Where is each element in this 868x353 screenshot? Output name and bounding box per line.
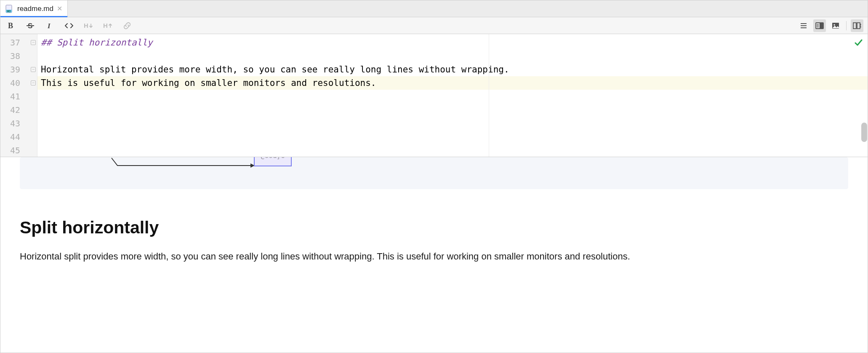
scrollbar-thumb[interactable] xyxy=(861,123,867,142)
svg-rect-13 xyxy=(820,23,823,29)
svg-rect-19 xyxy=(853,23,856,29)
code-line[interactable]: This is useful for working on smaller mo… xyxy=(37,76,868,90)
line-number: 37− xyxy=(0,36,37,49)
markdown-file-icon: MD xyxy=(5,4,14,13)
code-line[interactable] xyxy=(37,90,868,103)
tab-filename: readme.md xyxy=(17,5,53,13)
line-number-gutter: 37−3839−40−4142434445 xyxy=(0,34,37,157)
diagram-node: Google xyxy=(254,157,292,166)
preview-paragraph: Horizontal split provides more width, so… xyxy=(20,249,848,263)
svg-point-18 xyxy=(833,24,835,25)
right-margin-guide xyxy=(489,34,489,157)
heading-increase-button[interactable]: H xyxy=(101,19,114,32)
bold-button[interactable]: B xyxy=(5,19,17,32)
italic-button[interactable]: I xyxy=(43,19,56,32)
line-number: 43 xyxy=(0,117,37,130)
preview-heading: Split horizontally xyxy=(20,218,848,238)
svg-text:I: I xyxy=(47,22,51,30)
scroll-sync-button[interactable] xyxy=(851,19,863,32)
toolbar-separator xyxy=(846,21,847,30)
editor-preview-split-button[interactable] xyxy=(813,19,826,32)
code-line[interactable]: ## Split horizontally xyxy=(37,36,868,49)
heading-decrease-button[interactable]: H xyxy=(82,19,95,32)
fold-marker-icon[interactable]: − xyxy=(31,80,36,86)
code-line[interactable] xyxy=(37,130,868,144)
svg-rect-20 xyxy=(857,23,860,29)
tab-bar: MD readme.md ✕ xyxy=(0,0,868,17)
line-number: 38 xyxy=(0,49,37,63)
strikethrough-button[interactable]: S xyxy=(24,19,37,32)
code-line[interactable]: Horizontal split provides more width, so… xyxy=(37,63,868,76)
code-line[interactable] xyxy=(37,103,868,117)
editor-pane: 37−3839−40−4142434445 ## Split horizonta… xyxy=(0,34,868,157)
line-number: 42 xyxy=(0,103,37,117)
code-button[interactable] xyxy=(63,19,75,32)
inspection-status-icon[interactable] xyxy=(854,38,863,47)
svg-text:B: B xyxy=(8,21,13,30)
softwrap-button[interactable] xyxy=(797,19,810,32)
diagram-node-label: Google xyxy=(261,157,285,160)
image-button[interactable] xyxy=(829,19,842,32)
svg-text:H: H xyxy=(84,22,88,29)
code-line[interactable] xyxy=(37,117,868,130)
code-line[interactable] xyxy=(37,144,868,157)
link-button[interactable] xyxy=(121,19,133,32)
preview-pane: Google Split horizontally Horizontal spl… xyxy=(0,157,868,353)
line-number: 41 xyxy=(0,90,37,103)
line-number: 40− xyxy=(0,76,37,90)
line-number: 44 xyxy=(0,130,37,144)
svg-text:MD: MD xyxy=(7,10,11,13)
close-icon[interactable]: ✕ xyxy=(57,5,62,13)
editor-toolbar: B S I H H xyxy=(0,17,868,34)
line-number: 45 xyxy=(0,144,37,157)
diagram-block: Google xyxy=(20,157,848,189)
code-line[interactable] xyxy=(37,49,868,63)
svg-text:H: H xyxy=(103,22,108,29)
line-number: 39− xyxy=(0,63,37,76)
code-area[interactable]: ## Split horizontallyHorizontal split pr… xyxy=(37,34,868,157)
fold-marker-icon[interactable]: − xyxy=(31,67,36,72)
file-tab[interactable]: MD readme.md ✕ xyxy=(0,0,68,17)
fold-marker-icon[interactable]: − xyxy=(31,40,36,45)
